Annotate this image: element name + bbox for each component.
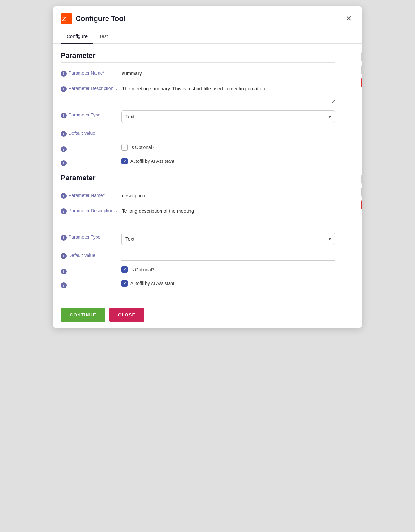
autofill-checkbox-1[interactable] <box>121 158 128 164</box>
param-type-label-2: Parameter Type <box>69 234 100 240</box>
param-name-label-2: Parameter Name* <box>69 193 105 198</box>
optional-checkbox-1[interactable] <box>121 144 128 151</box>
field-input-autofill-2: Autofill by AI Assistant <box>121 280 335 287</box>
optional-checkbox-row-1: Is Optional? <box>121 144 335 151</box>
info-icon-default-1: i <box>61 131 67 137</box>
optional-checkbox-label-2: Is Optional? <box>130 267 154 272</box>
param-type-select-1[interactable]: Text Number Boolean <box>121 110 335 123</box>
info-icon-optional-2: i <box>61 269 67 274</box>
move-down-button-1[interactable]: ↓ <box>361 64 362 75</box>
modal-title: Configure Tool <box>76 14 125 23</box>
select-wrapper-type-2: Text Number Boolean ▾ <box>121 233 335 245</box>
modal-close-button[interactable]: ✕ <box>343 13 354 24</box>
field-row-default-2: i Default Value <box>61 251 335 261</box>
field-label-type-2: i Parameter Type <box>61 233 119 241</box>
field-label-type-1: i Parameter Type <box>61 110 119 118</box>
param-name-input-2[interactable] <box>121 191 335 200</box>
field-row-default-1: i Default Value <box>61 129 335 138</box>
field-row-desc-1: i Parameter Description * The meeting su… <box>61 84 335 105</box>
field-row-name-2: i Parameter Name* <box>61 191 335 200</box>
field-row-name-1: i Parameter Name* <box>61 69 335 78</box>
info-icon-optional-1: i <box>61 146 67 152</box>
field-label-optional-1: i <box>61 144 119 152</box>
autofill-checkbox-2[interactable] <box>121 280 128 287</box>
field-row-desc-2: i Parameter Description * Te long descri… <box>61 206 335 227</box>
field-label-autofill-2: i <box>61 280 119 288</box>
parameter-1-title: Parameter <box>61 51 335 60</box>
section-divider-2 <box>61 185 335 185</box>
autofill-checkbox-row-2: Autofill by AI Assistant <box>121 280 335 287</box>
field-label-default-2: i Default Value <box>61 251 119 259</box>
field-label-desc-2: i Parameter Description * <box>61 206 119 215</box>
modal-body: Parameter i Parameter Name* i Parameter … <box>53 44 362 302</box>
remove-button-1[interactable]: − <box>361 77 362 88</box>
param-name-input-1[interactable] <box>121 69 335 78</box>
field-row-optional-1: i Is Optional? <box>61 144 335 152</box>
field-input-default-2 <box>121 251 335 261</box>
field-input-desc-2: Te long description of the meeting <box>121 206 335 227</box>
param-default-label-1: Default Value <box>69 131 95 136</box>
field-input-name-1 <box>121 69 335 78</box>
tab-test[interactable]: Test <box>93 31 114 44</box>
field-row-autofill-2: i Autofill by AI Assistant <box>61 280 335 288</box>
field-input-type-2: Text Number Boolean ▾ <box>121 233 335 245</box>
param-desc-textarea-1[interactable]: The meeting summary. This is a short tit… <box>121 84 335 103</box>
info-icon-autofill-2: i <box>61 282 67 288</box>
autofill-checkbox-row-1: Autofill by AI Assistant <box>121 158 335 164</box>
param-name-label-1: Parameter Name* <box>69 70 105 76</box>
field-input-type-1: Text Number Boolean ▾ <box>121 110 335 123</box>
field-label-optional-2: i <box>61 266 119 274</box>
parameter-block-1: Parameter i Parameter Name* i Parameter … <box>61 51 354 166</box>
optional-checkbox-row-2: Is Optional? <box>121 266 335 273</box>
info-icon-default-2: i <box>61 253 67 259</box>
parameter-block-2: Parameter i Parameter Name* i Parameter … <box>61 174 354 288</box>
parameter-2-title: Parameter <box>61 174 335 182</box>
modal-footer: CONTINUE CLOSE <box>53 302 362 328</box>
configure-tool-modal: Z Configure Tool ✕ Configure Test Parame… <box>53 6 362 328</box>
field-label-name-1: i Parameter Name* <box>61 69 119 77</box>
required-star-1: * <box>116 86 117 93</box>
optional-checkbox-2[interactable] <box>121 266 128 273</box>
svg-text:Z: Z <box>62 15 66 23</box>
field-input-default-1 <box>121 129 335 138</box>
field-label-desc-1: i Parameter Description * <box>61 84 119 93</box>
field-input-desc-1: The meeting summary. This is a short tit… <box>121 84 335 105</box>
param-desc-label-2: Parameter Description <box>69 208 113 213</box>
autofill-checkbox-label-1: Autofill by AI Assistant <box>130 159 174 164</box>
info-icon-name-1: i <box>61 71 67 77</box>
field-input-autofill-1: Autofill by AI Assistant <box>121 158 335 164</box>
param-desc-label-1: Parameter Description <box>69 86 113 91</box>
info-icon-desc-1: i <box>61 86 67 92</box>
remove-button-2[interactable]: − <box>361 199 362 210</box>
tab-configure[interactable]: Configure <box>61 31 93 44</box>
field-row-type-2: i Parameter Type Text Number Boolean ▾ <box>61 233 335 245</box>
param-default-label-2: Default Value <box>69 253 95 258</box>
param-type-select-2[interactable]: Text Number Boolean <box>121 233 335 245</box>
move-down-button-2[interactable]: ↓ <box>361 187 362 197</box>
continue-button[interactable]: CONTINUE <box>61 308 105 322</box>
field-input-name-2 <box>121 191 335 200</box>
optional-checkbox-label-1: Is Optional? <box>130 145 154 150</box>
field-label-autofill-1: i <box>61 158 119 166</box>
header-left: Z Configure Tool <box>61 13 125 24</box>
param-desc-textarea-2[interactable]: Te long description of the meeting <box>121 206 335 225</box>
move-up-button-2[interactable]: ↑ <box>361 174 362 185</box>
tab-bar: Configure Test <box>53 27 362 44</box>
field-label-name-2: i Parameter Name* <box>61 191 119 199</box>
field-row-optional-2: i Is Optional? <box>61 266 335 274</box>
field-input-optional-1: Is Optional? <box>121 144 335 151</box>
info-icon-type-2: i <box>61 235 67 241</box>
info-icon-desc-2: i <box>61 208 67 214</box>
field-row-type-1: i Parameter Type Text Number Boolean ▾ <box>61 110 335 123</box>
close-button[interactable]: CLOSE <box>109 308 144 322</box>
param-action-buttons-1: ↑ ↓ − <box>361 51 362 88</box>
autofill-checkbox-label-2: Autofill by AI Assistant <box>130 281 174 286</box>
field-label-default-1: i Default Value <box>61 129 119 137</box>
info-icon-name-2: i <box>61 193 67 199</box>
field-row-autofill-1: i Autofill by AI Assistant <box>61 158 335 166</box>
field-input-optional-2: Is Optional? <box>121 266 335 273</box>
param-default-input-1[interactable] <box>121 129 335 138</box>
move-up-button-1[interactable]: ↑ <box>361 51 362 62</box>
param-default-input-2[interactable] <box>121 251 335 261</box>
modal-header: Z Configure Tool ✕ <box>53 6 362 24</box>
